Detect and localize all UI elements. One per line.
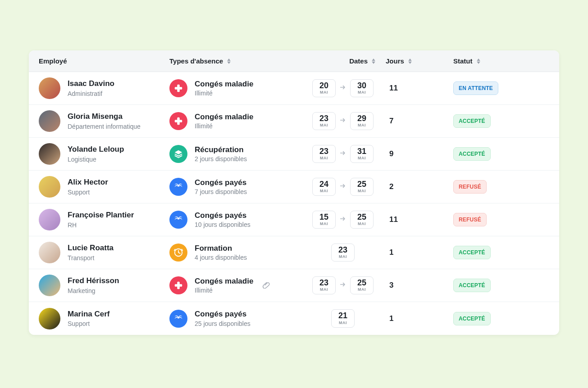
date-range: 15MAI25MAI — [300, 211, 386, 229]
absence-type-label: Congés maladie — [195, 113, 253, 122]
employee-name: Yolande Leloup — [68, 145, 124, 154]
date-box: 23MAI — [312, 112, 336, 131]
avatar — [39, 242, 60, 263]
employee-dept: Administratif — [68, 90, 114, 97]
date-day: 25 — [357, 180, 367, 189]
date-range: 23MAI25MAI — [300, 276, 386, 295]
date-day: 21 — [338, 311, 348, 320]
date-box: 30MAI — [350, 79, 374, 98]
arrow-right-icon — [339, 149, 346, 158]
absence-type-label: Congés payés — [195, 310, 251, 319]
days-count: 9 — [386, 149, 453, 158]
column-header-employee[interactable]: Employé — [39, 57, 169, 65]
employee-dept: Support — [68, 189, 108, 196]
palm-icon — [169, 178, 187, 196]
date-day: 20 — [319, 81, 329, 90]
arrow-right-icon — [339, 84, 346, 93]
table-row[interactable]: Gloria MisengaDépartement informatiqueCo… — [29, 105, 559, 138]
date-day: 29 — [357, 114, 367, 123]
table-row[interactable]: Fred HérissonMarketingCongés maladieIlli… — [29, 269, 559, 302]
column-label: Types d'absence — [169, 57, 223, 65]
clock-icon — [169, 244, 187, 262]
sort-icon — [371, 59, 376, 64]
date-day: 23 — [319, 147, 329, 156]
arrow-right-icon — [339, 215, 346, 224]
medical-cross-icon — [169, 79, 187, 97]
date-day: 23 — [338, 246, 348, 255]
days-count: 2 — [386, 182, 453, 191]
table-row[interactable]: Françoise PlantierRHCongés payés10 jours… — [29, 203, 559, 236]
date-box: 29MAI — [350, 112, 374, 131]
layers-icon — [169, 145, 187, 163]
table-row[interactable]: Yolande LeloupLogistiqueRécupération2 jo… — [29, 138, 559, 171]
status-badge[interactable]: ACCEPTÉ — [453, 312, 491, 325]
date-day: 24 — [319, 180, 329, 189]
avatar — [39, 275, 60, 296]
date-box: 25MAI — [350, 276, 374, 295]
date-box: 25MAI — [350, 211, 374, 229]
status-badge[interactable]: ACCEPTÉ — [453, 279, 491, 292]
employee-dept: Support — [68, 320, 110, 327]
date-month: MAI — [338, 320, 348, 325]
status-badge[interactable]: ACCEPTÉ — [453, 147, 491, 161]
employee-dept: Marketing — [68, 287, 119, 294]
absence-type-sub: 10 jours disponibles — [195, 221, 251, 228]
date-range: 24MAI25MAI — [300, 178, 386, 196]
employee-name: Isaac Davino — [68, 79, 114, 88]
arrow-right-icon — [339, 281, 346, 290]
date-box: 23MAI — [312, 276, 336, 295]
employee-dept: Département informatique — [68, 123, 141, 130]
status-badge[interactable]: ACCEPTÉ — [453, 246, 491, 259]
table-row[interactable]: Isaac DavinoAdministratifCongés maladieI… — [29, 72, 559, 105]
column-header-status[interactable]: Statut — [453, 57, 549, 65]
absence-type-label: Congés payés — [195, 178, 247, 187]
absence-type-sub: Illimité — [195, 287, 253, 294]
date-month: MAI — [319, 189, 329, 193]
column-label: Dates — [349, 57, 368, 65]
status-badge[interactable]: ACCEPTÉ — [453, 114, 491, 128]
employee-dept: Logistique — [68, 156, 124, 163]
absence-type-sub: Illimité — [195, 90, 253, 97]
date-month: MAI — [357, 90, 367, 95]
medical-cross-icon — [169, 276, 187, 294]
absence-type-sub: Illimité — [195, 122, 253, 130]
date-day: 25 — [357, 279, 367, 288]
employee-dept: Transport — [68, 254, 114, 262]
date-range: 23MAI29MAI — [300, 112, 386, 131]
employee-name: Gloria Misenga — [68, 112, 141, 121]
status-badge[interactable]: REFUSÉ — [453, 180, 487, 194]
employee-name: Fred Hérisson — [68, 276, 119, 285]
date-range: 20MAI30MAI — [300, 79, 386, 98]
date-month: MAI — [357, 287, 367, 292]
absence-table: Employé Types d'absence Dates — [29, 50, 559, 335]
employee-name: Françoise Plantier — [68, 211, 134, 220]
absence-type-label: Congés maladie — [195, 80, 253, 89]
column-header-absence-type[interactable]: Types d'absence — [169, 57, 300, 65]
absence-type-label: Congés payés — [195, 211, 251, 220]
avatar — [39, 176, 60, 198]
column-header-dates[interactable]: Dates — [300, 57, 386, 65]
date-month: MAI — [357, 189, 367, 193]
medical-cross-icon — [169, 112, 187, 130]
column-header-days[interactable]: Jours — [386, 57, 453, 65]
date-box: 21MAI — [331, 309, 355, 328]
avatar — [39, 77, 60, 99]
table-row[interactable]: Marina CerfSupportCongés payés25 jours d… — [29, 302, 559, 335]
absence-type-label: Congés maladie — [195, 277, 253, 286]
date-month: MAI — [319, 287, 329, 292]
status-badge[interactable]: EN ATTENTE — [453, 81, 498, 95]
table-row[interactable]: Alix HectorSupportCongés payés7 jours di… — [29, 171, 559, 203]
date-month: MAI — [357, 156, 367, 160]
employee-name: Lucie Roatta — [68, 244, 114, 253]
attachment-icon[interactable] — [262, 280, 270, 290]
date-box: 23MAI — [331, 244, 355, 262]
absence-type-sub: 4 jours disponibles — [195, 254, 247, 261]
date-box: 15MAI — [312, 211, 336, 229]
date-month: MAI — [319, 156, 329, 160]
date-month: MAI — [319, 90, 329, 95]
avatar — [39, 110, 60, 132]
table-row[interactable]: Lucie RoattaTransportFormation4 jours di… — [29, 236, 559, 269]
date-range: 21MAI — [300, 309, 386, 328]
absence-type-sub: 7 jours disponibles — [195, 188, 247, 195]
status-badge[interactable]: REFUSÉ — [453, 213, 487, 226]
